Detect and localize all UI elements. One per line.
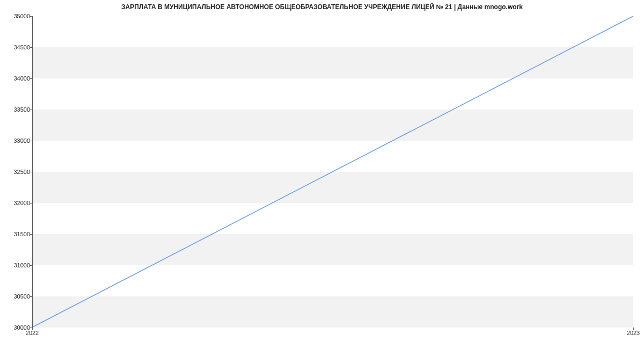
plot-area xyxy=(32,16,633,328)
y-tick-mark xyxy=(30,78,32,79)
y-tick-label: 32000 xyxy=(3,200,30,206)
x-tick-label: 2022 xyxy=(26,330,39,336)
y-tick-label: 30500 xyxy=(3,293,30,300)
x-tick-label: 2023 xyxy=(627,330,640,336)
line-layer xyxy=(33,16,633,327)
y-tick-mark xyxy=(30,296,32,297)
y-tick-mark xyxy=(30,47,32,48)
y-tick-mark xyxy=(30,16,32,17)
x-tick-mark xyxy=(633,328,634,330)
y-tick-mark xyxy=(30,234,32,235)
y-tick-label: 33000 xyxy=(3,137,30,144)
chart-container: ЗАРПЛАТА В МУНИЦИПАЛЬНОЕ АВТОНОМНОЕ ОБЩЕ… xyxy=(0,0,644,349)
y-tick-label: 34500 xyxy=(3,44,30,50)
y-tick-label: 31500 xyxy=(3,231,30,237)
y-tick-mark xyxy=(30,110,32,110)
y-tick-label: 32500 xyxy=(3,169,30,175)
y-tick-label: 33500 xyxy=(3,106,30,113)
x-tick-mark xyxy=(32,328,33,330)
y-tick-label: 31000 xyxy=(3,262,30,268)
chart-title: ЗАРПЛАТА В МУНИЦИПАЛЬНОЕ АВТОНОМНОЕ ОБЩЕ… xyxy=(0,3,644,11)
series-line xyxy=(33,16,633,327)
y-tick-mark xyxy=(30,203,32,203)
y-tick-mark xyxy=(30,141,32,141)
y-tick-mark xyxy=(30,265,32,266)
y-tick-mark xyxy=(30,172,32,172)
y-tick-label: 35000 xyxy=(3,13,30,19)
y-tick-label: 34000 xyxy=(3,75,30,82)
